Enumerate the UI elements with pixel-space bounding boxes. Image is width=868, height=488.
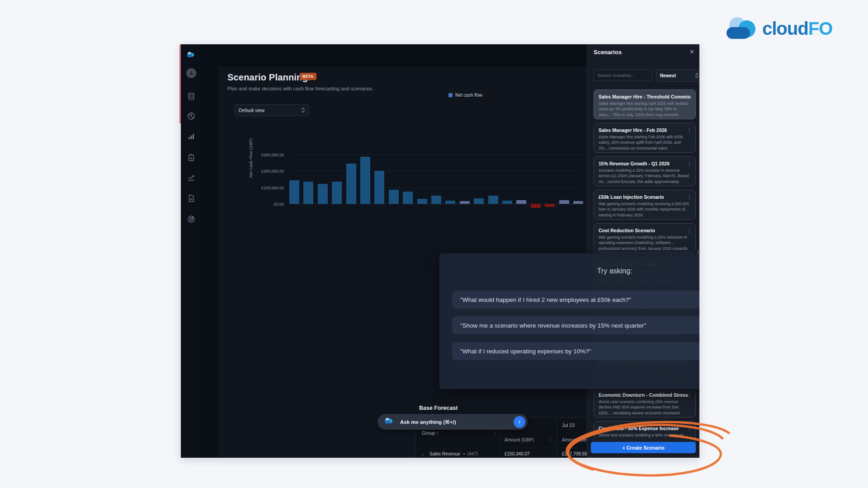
chart-bar (460, 201, 470, 204)
avatar[interactable]: A (186, 68, 196, 78)
scenario-card[interactable]: Sales Manager Hire - Threshold Commissi.… (594, 89, 696, 119)
trend-line-icon[interactable] (187, 174, 195, 182)
page-title: Scenario Planning. (227, 72, 311, 83)
page-subtitle: Plan and make decsions with cash flow fo… (227, 86, 373, 91)
ask-cloud-icon (384, 417, 393, 427)
chart-bar (516, 200, 526, 204)
card-menu-icon[interactable]: ⋮ (687, 228, 692, 234)
search-input[interactable] (594, 69, 652, 81)
chart-bar (573, 201, 583, 204)
suggestion-button[interactable]: "What would happen if I hired 2 new empl… (452, 291, 699, 309)
app-logo-icon[interactable] (186, 51, 196, 59)
row-expand-chevron[interactable]: › (422, 451, 424, 457)
y-axis-tick-label: £200,000.00 (235, 169, 284, 174)
amount-column-header[interactable]: Amount (GBP) (505, 437, 534, 442)
chart-gridline (289, 171, 583, 171)
card-menu-icon[interactable]: ⋮ (687, 94, 692, 100)
legend-label: Net cash flow (455, 93, 482, 98)
chart-gridline (289, 155, 583, 155)
scenario-card-description: Sales Manager hire starting April 2026 w… (599, 101, 691, 118)
page: A Scenario Plannin (0, 0, 868, 488)
scenario-card-title: 15% Revenue Growth - Q1 2026 (599, 161, 691, 166)
chart-bar (445, 201, 455, 204)
clipboard-icon[interactable] (187, 154, 195, 162)
scenario-card[interactable]: £50k Loan Injection Scenario⋮War gaming … (594, 190, 696, 220)
month-column-header[interactable]: Jul 23 (562, 422, 575, 428)
scenario-card-title: Cost Crisis - 50% Expense Increase (599, 426, 691, 431)
scenario-card-description: War gaming scenario modeling a 25% reduc… (599, 235, 691, 251)
card-menu-icon[interactable]: ⋮ (687, 426, 692, 432)
card-menu-icon[interactable]: ⋮ (687, 161, 692, 167)
close-icon[interactable]: ✕ (689, 48, 694, 55)
amount-cell: £217,708.55 (562, 451, 587, 456)
app-window: A Scenario Plannin (181, 44, 699, 458)
chart-bar (474, 198, 484, 204)
cloudfo-logo: cloudFO (725, 15, 832, 42)
amount-cell: £150,340.07 (505, 451, 530, 456)
card-menu-icon[interactable]: ⋮ (687, 194, 692, 200)
scenario-card-title: Cost Reduction Scenario (599, 228, 691, 233)
group-menu-icon[interactable]: ⋮ (493, 430, 497, 435)
sort-dropdown[interactable]: Newest (656, 69, 699, 82)
scenario-card-description: Worst-case scenario combining 25% revenu… (599, 399, 691, 416)
scenario-card-description: Sales Manager hire starting Feb 2026 wit… (599, 134, 691, 151)
view-selector-dropdown[interactable]: Default view (235, 104, 309, 116)
suggestion-button[interactable]: "What if I reduced operating expenses by… (452, 342, 699, 360)
chart-bar (502, 201, 512, 204)
chart-bar (332, 182, 342, 204)
row-count: (447) (467, 451, 478, 456)
chart-bar (360, 157, 370, 204)
scenario-card[interactable]: Sales Manager Hire - Feb 2026⋮Sales Mana… (594, 123, 696, 153)
database-icon[interactable] (187, 92, 195, 100)
chart-bar (318, 184, 328, 204)
target-icon[interactable] (187, 215, 195, 223)
scenario-card-description: Scenario modeling a 15% increase in reve… (599, 168, 691, 185)
create-scenario-button[interactable]: + Create Scenario (591, 442, 696, 453)
view-selector-value: Default view (239, 108, 264, 113)
bar-chart-icon[interactable] (187, 132, 195, 141)
chart-bar (374, 171, 384, 204)
ask-anything-bar[interactable]: Ask me anything (⌘+/) ↑ (377, 414, 528, 430)
app-mini-sidebar: A (181, 44, 202, 458)
group-column-header[interactable]: Group ↑ (422, 430, 439, 436)
chart-bar (346, 164, 356, 204)
card-menu-icon[interactable]: ⋮ (687, 392, 692, 398)
beta-badge: BETA (300, 73, 316, 80)
chart-bar (431, 196, 441, 204)
y-axis-tick-label: £300,000.00 (235, 153, 284, 157)
scenarios-panel: Scenarios ✕ Newest Sales Manager Hire - … (587, 44, 699, 458)
card-menu-icon[interactable]: ⋮ (687, 127, 692, 133)
chart-bar (289, 180, 299, 204)
chevron-up-down-icon (695, 73, 699, 78)
chart-bar (559, 200, 569, 204)
row-group-name: Sales Revenue+(447) (429, 451, 478, 456)
y-axis-tick-label: £0.00 (235, 202, 284, 206)
ask-input-placeholder[interactable]: Ask me anything (⌘+/) (400, 419, 456, 425)
send-button[interactable]: ↑ (514, 416, 525, 428)
chart-bar (488, 196, 498, 204)
pie-chart-icon[interactable] (187, 112, 195, 120)
amount-menu-icon[interactable]: ⋮ (548, 437, 552, 442)
legend-swatch (448, 93, 453, 97)
chart-legend: Net cash flow (448, 93, 482, 98)
base-forecast-title: Base Forecast (419, 405, 458, 411)
scenario-card-title: Sales Manager Hire - Threshold Commissi.… (599, 94, 691, 99)
sort-value: Newest (660, 73, 676, 78)
try-asking-modal: Try asking: "What would happen if I hire… (439, 253, 699, 389)
report-icon[interactable] (187, 194, 195, 202)
chart-bar (389, 190, 399, 204)
chart-bar (545, 204, 555, 207)
scenario-card[interactable]: 15% Revenue Growth - Q1 2026⋮Scenario mo… (594, 156, 696, 186)
chart-bar (531, 204, 541, 208)
add-icon[interactable]: + (463, 451, 466, 456)
chart-bar (303, 182, 313, 204)
suggestion-button[interactable]: "Show me a scenario where revenue increa… (452, 316, 699, 334)
scenario-card[interactable]: Cost Reduction Scenario⋮War gaming scena… (594, 223, 696, 253)
cloudfo-cloud-icon (725, 15, 758, 42)
scenarios-title: Scenarios (594, 49, 622, 56)
cloudfo-wordmark: cloudFO (762, 19, 832, 39)
scenario-card-title: £50k Loan Injection Scenario (599, 194, 691, 200)
chevron-up-down-icon (301, 108, 305, 113)
y-axis-tick-label: £100,000.00 (235, 186, 284, 190)
scenario-card[interactable]: Economic Downturn - Combined Stress⋮Wors… (594, 388, 696, 418)
